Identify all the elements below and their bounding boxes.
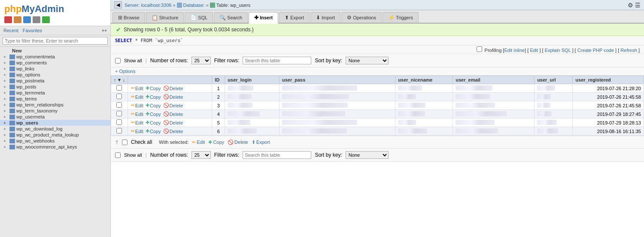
row-checkbox[interactable] bbox=[116, 128, 122, 134]
edit-button[interactable]: ✏ Edit bbox=[131, 120, 144, 125]
sidebar-item-wp_links[interactable]: + wp_links bbox=[0, 66, 110, 72]
table-crumb-icon bbox=[210, 3, 215, 8]
edit-link[interactable]: Edit bbox=[530, 48, 538, 53]
home-icon[interactable] bbox=[4, 16, 12, 23]
sidebar-item-wp_wc_product_meta_lookup[interactable]: + wp_wc_product_meta_lookup bbox=[0, 132, 110, 138]
th-user-registered[interactable]: user_registered bbox=[573, 76, 644, 84]
copy-button[interactable]: ✚ Copy bbox=[145, 128, 161, 134]
show-all-checkbox-top[interactable] bbox=[115, 58, 121, 64]
tab-insert[interactable]: ✚ Insert bbox=[249, 12, 278, 24]
copy-button[interactable]: ✚ Copy bbox=[145, 85, 161, 91]
sidebar-new-item[interactable]: New bbox=[0, 48, 110, 54]
tab-import[interactable]: ⬇ Import bbox=[310, 12, 340, 23]
export-tab-icon: ⬆ bbox=[285, 15, 289, 21]
refresh-link[interactable]: Refresh bbox=[620, 48, 637, 53]
th-user-login[interactable]: user_login bbox=[225, 76, 279, 84]
back-button[interactable]: ◀ bbox=[114, 1, 122, 9]
sidebar-item-wp_options[interactable]: + wp_options bbox=[0, 72, 110, 78]
show-all-checkbox-bottom[interactable] bbox=[115, 152, 121, 158]
delete-button[interactable]: 🚫 Delete bbox=[163, 94, 184, 100]
sidebar-item-label: wp_term_taxonomy bbox=[16, 108, 58, 113]
sidebar-item-wp_wc_download_log[interactable]: + wp_wc_download_log bbox=[0, 126, 110, 132]
th-user-email[interactable]: user_email bbox=[453, 76, 535, 84]
selected-export-button[interactable]: ⬆ Export bbox=[252, 140, 270, 145]
sidebar-item-wp_postmeta[interactable]: + wp_postmeta bbox=[0, 78, 110, 84]
th-id[interactable]: ID bbox=[212, 76, 225, 84]
sidebar-item-wp_commentmeta[interactable]: + wp_commentmeta bbox=[0, 54, 110, 60]
operations-tab-icon: ⚙ bbox=[347, 15, 352, 21]
explain-sql-link[interactable]: Explain SQL bbox=[545, 48, 571, 53]
row-checkbox[interactable] bbox=[116, 119, 122, 125]
sidebar-item-wp_wc_webhooks[interactable]: + wp_wc_webhooks bbox=[0, 138, 110, 144]
server-crumb[interactable]: Server: localhost:3306 bbox=[125, 3, 171, 8]
sidebar-item-wp_term_relationships[interactable]: + wp_term_relationships bbox=[0, 102, 110, 108]
delete-button[interactable]: 🚫 Delete bbox=[163, 111, 184, 117]
th-user-url[interactable]: user_url bbox=[535, 76, 573, 84]
create-php-link[interactable]: Create PHP code bbox=[577, 48, 614, 53]
delete-button[interactable]: 🚫 Delete bbox=[163, 120, 184, 125]
selected-edit-button[interactable]: ✏ Edit bbox=[192, 140, 205, 145]
scroll-up-icon[interactable]: ↑ bbox=[115, 138, 118, 146]
rows-select-top[interactable]: 25 50 100 bbox=[191, 57, 211, 64]
sidebar-item-wp_users[interactable]: + wp_users bbox=[0, 120, 110, 126]
row-checkbox[interactable] bbox=[116, 111, 122, 116]
selected-delete-button[interactable]: 🚫 Delete bbox=[228, 140, 248, 145]
edit-button[interactable]: ✏ Edit bbox=[131, 111, 144, 117]
recent-link[interactable]: Recent bbox=[3, 28, 18, 33]
tab-triggers[interactable]: ⚡ Triggers bbox=[383, 12, 419, 23]
copy-button[interactable]: ✚ Copy bbox=[145, 94, 161, 100]
gear-icon[interactable]: ⚙ ☰ bbox=[628, 2, 641, 9]
sort-up-icon[interactable]: ↑ bbox=[114, 77, 116, 82]
copy-button[interactable]: ✚ Copy bbox=[145, 111, 161, 117]
th-user-pass[interactable]: user_pass bbox=[279, 76, 395, 84]
bottom-actions: ↑ Check all With selected: ✏ Edit ✚ Copy… bbox=[111, 136, 644, 149]
edit-button[interactable]: ✏ Edit bbox=[131, 128, 144, 134]
db-crumb[interactable]: Database: bbox=[183, 3, 205, 8]
edit-button[interactable]: ✏ Edit bbox=[131, 94, 144, 100]
edit-pencil-icon: ✏ bbox=[131, 111, 135, 117]
col-sort-icon[interactable]: ▼ bbox=[117, 77, 122, 82]
th-user-nicename[interactable]: user_nicename bbox=[395, 76, 453, 84]
sidebar-item-wp_terms[interactable]: + wp_terms bbox=[0, 96, 110, 102]
delete-button[interactable]: 🚫 Delete bbox=[163, 128, 184, 134]
rows-select-bottom[interactable]: 25 50 100 bbox=[191, 151, 211, 159]
copy-button[interactable]: ✚ Copy bbox=[145, 120, 161, 125]
sort-key-select-top[interactable]: None bbox=[346, 57, 389, 64]
search-input-top[interactable] bbox=[243, 57, 311, 64]
settings-icon[interactable] bbox=[33, 16, 40, 23]
check-all-checkbox[interactable] bbox=[122, 140, 128, 145]
tab-structure[interactable]: 📋 Structure bbox=[146, 12, 184, 23]
tab-export[interactable]: ⬆ Export bbox=[279, 12, 310, 23]
delete-button[interactable]: 🚫 Delete bbox=[163, 85, 184, 91]
sidebar-item-wp_comments[interactable]: + wp_comments bbox=[0, 60, 110, 66]
row-checkbox[interactable] bbox=[116, 102, 122, 108]
search-input-bottom[interactable] bbox=[243, 151, 311, 159]
row-checkbox[interactable] bbox=[116, 85, 122, 91]
edit-button[interactable]: ✏ Edit bbox=[131, 85, 144, 91]
tab-sql[interactable]: 📄 SQL bbox=[185, 12, 213, 23]
favorites-link[interactable]: Favorites bbox=[23, 28, 42, 33]
sort-key-select-bottom[interactable]: None bbox=[346, 151, 389, 159]
sidebar-item-wp_termmeta[interactable]: + wp_termmeta bbox=[0, 90, 110, 96]
sidebar-item-wp_usermeta[interactable]: + wp_usermeta bbox=[0, 114, 110, 120]
refresh-icon[interactable] bbox=[42, 16, 50, 23]
sidebar-filter-input[interactable] bbox=[3, 37, 108, 45]
check-all-link[interactable]: Check all bbox=[131, 139, 152, 145]
db-icon[interactable] bbox=[14, 16, 21, 23]
sidebar-item-wp_posts[interactable]: + wp_posts bbox=[0, 84, 110, 90]
row-checkbox[interactable] bbox=[116, 94, 122, 99]
selected-copy-button[interactable]: ✚ Copy bbox=[208, 140, 224, 145]
tab-search[interactable]: 🔍 Search bbox=[214, 12, 248, 23]
copy-button[interactable]: ✚ Copy bbox=[145, 103, 161, 108]
sidebar-item-wp_term_taxonomy[interactable]: + wp_term_taxonomy bbox=[0, 108, 110, 114]
delete-button[interactable]: 🚫 Delete bbox=[163, 103, 184, 108]
tab-browse[interactable]: ⊞ Browse bbox=[112, 12, 145, 23]
tab-operations[interactable]: ⚙ Operations bbox=[341, 12, 382, 23]
options-link[interactable]: + Options bbox=[115, 69, 135, 74]
sort-down-icon[interactable]: ↓ bbox=[122, 77, 125, 82]
edit-button[interactable]: ✏ Edit bbox=[131, 103, 144, 108]
profiling-checkbox[interactable] bbox=[477, 46, 482, 52]
info-icon[interactable] bbox=[23, 16, 31, 23]
edit-inline-link[interactable]: Edit inline bbox=[504, 48, 525, 53]
sidebar-item-wp_woocommerce_api_keys[interactable]: + wp_woocommerce_api_keys bbox=[0, 144, 110, 150]
